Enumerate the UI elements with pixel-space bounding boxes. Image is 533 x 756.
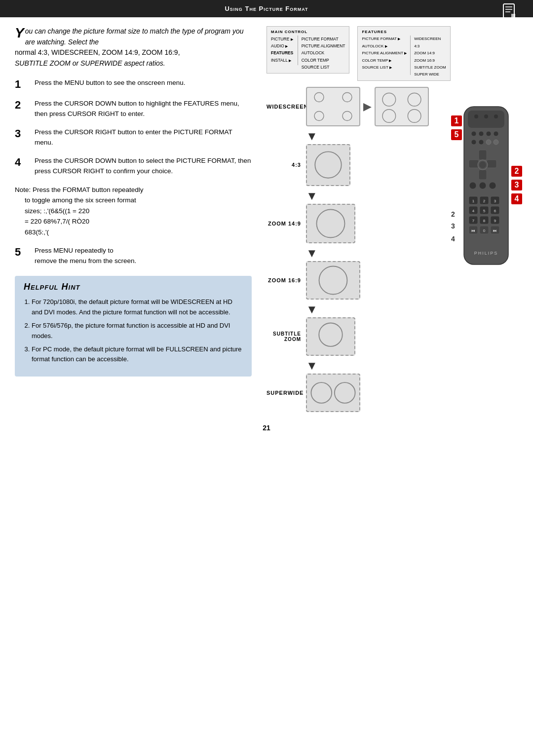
- right-column: MAIN CONTROL PICTURE AUDIO FEATURES INST…: [262, 26, 518, 414]
- widescreen-screen: [306, 87, 360, 126]
- note-line-4: = 220 68%7,7/( RÒ20: [15, 216, 252, 227]
- svg-text:0: 0: [483, 228, 486, 233]
- svg-point-15: [319, 323, 342, 346]
- right-side-layout: WIDESCREEN ▶: [266, 87, 518, 414]
- svg-point-12: [315, 151, 341, 178]
- svg-text:9: 9: [494, 219, 496, 223]
- svg-point-20: [474, 114, 478, 118]
- step-5: 5 Press MENU repeatedly to remove the me…: [15, 246, 252, 266]
- zoom16-row: ZOOM 16:9: [266, 261, 360, 300]
- arrow-down-5: ▼: [266, 359, 318, 373]
- svg-point-21: [484, 114, 488, 118]
- superwide-screen: [306, 374, 360, 412]
- large-y: Y: [15, 26, 24, 40]
- remote-wrapper: 1 5 2 3 4 2 3 4: [459, 102, 513, 271]
- step-4-text: Press the CURSOR DOWN button to select t…: [35, 156, 252, 177]
- page-number: 21: [0, 419, 533, 435]
- step-2-text: Press the CURSOR DOWN button to highligh…: [35, 99, 252, 119]
- svg-text:2: 2: [483, 199, 486, 203]
- remote-num-3b: 3: [451, 222, 455, 230]
- svg-text:8: 8: [483, 219, 486, 223]
- zoom16-label: ZOOM 16:9: [266, 277, 306, 283]
- svg-rect-33: [469, 160, 479, 168]
- svg-text:5: 5: [483, 209, 486, 213]
- hint-item-2: For 576i/576p, the picture format functi…: [32, 321, 243, 341]
- main-submenu-items: PICTURE FORMAT PICTURE ALIGNMENT AUTOLOC…: [302, 36, 345, 71]
- svg-point-13: [317, 209, 345, 237]
- svg-point-22: [494, 114, 498, 118]
- step-4-num: 4: [15, 156, 31, 169]
- zoom14-screen: [306, 204, 355, 243]
- zoom14-row: ZOOM 14:9: [266, 204, 355, 243]
- helpful-hint-title: Helpful Hint: [24, 282, 243, 292]
- svg-point-11: [408, 109, 421, 122]
- svg-point-9: [408, 93, 421, 106]
- intro-text: Y ou can change the picture format size …: [15, 26, 252, 69]
- step-1: 1 Press the MENU button to see the onscr…: [15, 78, 252, 91]
- svg-point-37: [469, 182, 476, 189]
- svg-point-26: [494, 131, 498, 136]
- menu-diagrams: MAIN CONTROL PICTURE AUDIO FEATURES INST…: [266, 26, 451, 81]
- remote-num-2: 2: [511, 166, 522, 177]
- subtitle-row: SUBTITLE ZOOM: [266, 317, 355, 356]
- remote-num-5: 5: [451, 129, 462, 140]
- svg-text:6: 6: [494, 209, 496, 213]
- step-2: 2 Press the CURSOR DOWN button to highli…: [15, 99, 252, 119]
- main-menu-items: PICTURE AUDIO FEATURES INSTALL: [271, 36, 294, 64]
- svg-point-7: [343, 111, 352, 120]
- features-menu-box: FEATURES PICTURE FORMAT ▶ AUTOLOCK ▶ PIC…: [357, 26, 450, 81]
- svg-point-17: [335, 382, 355, 403]
- svg-point-30: [494, 140, 498, 145]
- step-1-num: 1: [15, 78, 31, 91]
- zoom16-screen: [306, 261, 360, 300]
- step-5-num: 5: [15, 246, 31, 259]
- remote-num-3: 3: [511, 180, 522, 190]
- step-2-num: 2: [15, 99, 31, 112]
- features-divider: [410, 36, 411, 75]
- header-title: Using The Picture Format: [225, 5, 308, 12]
- features-submenu: WIDESCREEN 4:3 ZOOM 14:9 ZOOM 16:9 SUBTI…: [414, 36, 446, 78]
- svg-rect-32: [479, 170, 487, 180]
- svg-point-23: [471, 131, 476, 136]
- zoom14-label: ZOOM 14:9: [266, 221, 306, 227]
- svg-text:⏭: ⏭: [493, 228, 497, 233]
- remote-col: 1 5 2 3 4 2 3 4: [454, 87, 518, 414]
- svg-point-4: [314, 92, 324, 102]
- step-5-text: Press MENU repeatedly to remove the menu…: [35, 246, 136, 266]
- 43-row: 4:3: [266, 144, 350, 186]
- step-1-text: Press the MENU button to see the onscree…: [35, 78, 185, 88]
- diagrams-col: WIDESCREEN ▶: [266, 87, 454, 414]
- svg-point-10: [382, 109, 396, 122]
- note-line-5: 683(5:,'(: [15, 227, 252, 238]
- helpful-hint-box: Helpful Hint For 720p/1080i, the default…: [15, 276, 252, 377]
- step-3-text: Press the CURSOR RIGHT button to enter t…: [35, 127, 252, 148]
- subtitle-label: SUBTITLE ZOOM: [266, 331, 306, 342]
- widescreen-row: WIDESCREEN ▶: [266, 87, 429, 126]
- note-line-1: Note: Press the FORMAT button repeatedly: [15, 185, 252, 195]
- svg-text:3: 3: [494, 199, 496, 203]
- remote-num-1: 1: [451, 115, 462, 126]
- subtitle-screen: [306, 317, 355, 356]
- svg-text:7: 7: [472, 219, 475, 223]
- svg-point-28: [479, 140, 484, 145]
- svg-point-36: [479, 161, 486, 168]
- widescreen-label: WIDESCREEN: [266, 104, 306, 110]
- hint-item-3: For PC mode, the default picture format …: [32, 344, 243, 365]
- main-content: Y ou can change the picture format size …: [0, 26, 533, 414]
- document-icon: [501, 3, 519, 22]
- svg-point-5: [343, 92, 352, 102]
- features-items: PICTURE FORMAT ▶ AUTOLOCK ▶ PICTURE ALIG…: [362, 36, 407, 78]
- menu-divider: [298, 36, 298, 65]
- svg-text:⏮: ⏮: [471, 228, 475, 233]
- svg-point-27: [471, 140, 476, 145]
- main-control-menu: MAIN CONTROL PICTURE AUDIO FEATURES INST…: [266, 26, 349, 74]
- remote-num-4b: 4: [451, 235, 455, 243]
- superwide-row: SUPERWIDE: [266, 374, 360, 412]
- svg-point-38: [479, 182, 486, 189]
- svg-point-6: [314, 111, 324, 120]
- svg-text:1: 1: [472, 199, 475, 203]
- step-3: 3 Press the CURSOR RIGHT button to enter…: [15, 127, 252, 148]
- svg-rect-34: [487, 160, 496, 168]
- step-3-num: 3: [15, 127, 31, 140]
- remote-num-2b: 2: [451, 210, 455, 218]
